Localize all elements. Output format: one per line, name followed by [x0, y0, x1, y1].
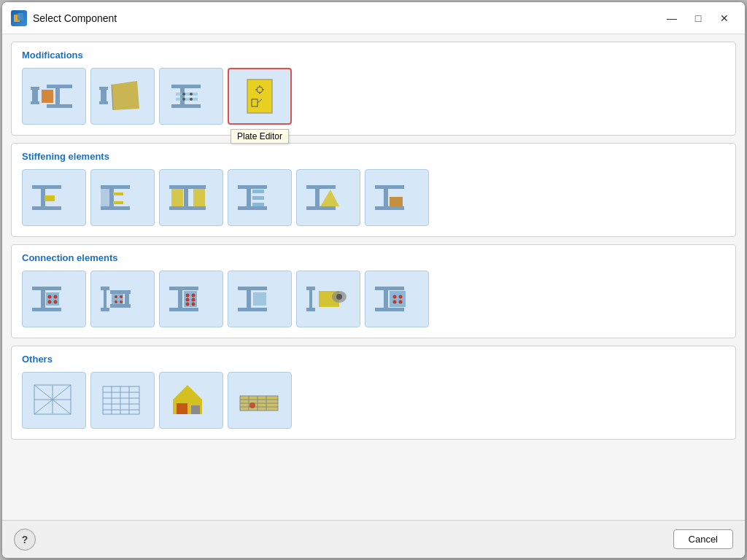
other-1-icon[interactable] [22, 372, 86, 429]
svg-marker-56 [320, 190, 339, 206]
svg-rect-49 [247, 189, 251, 206]
svg-rect-54 [306, 206, 336, 210]
modifications-section: Modifications [11, 42, 736, 136]
svg-rect-63 [41, 290, 45, 308]
connection-6-icon[interactable] [365, 271, 429, 327]
svg-rect-23 [247, 79, 272, 113]
svg-point-106 [393, 300, 397, 304]
svg-point-99 [336, 294, 342, 300]
svg-point-133 [249, 402, 255, 408]
svg-rect-44 [184, 189, 188, 206]
dialog-footer: ? Cancel [2, 520, 745, 558]
svg-rect-6 [47, 104, 72, 108]
close-button[interactable]: ✕ [713, 10, 736, 26]
svg-rect-100 [375, 287, 404, 290]
modifications-title: Modifications [22, 50, 725, 61]
svg-rect-62 [32, 308, 61, 311]
svg-rect-91 [238, 308, 267, 311]
select-component-dialog: Select Component — □ ✕ Modifications [1, 1, 746, 559]
svg-point-89 [192, 303, 196, 306]
svg-point-107 [399, 300, 403, 304]
svg-rect-41 [113, 201, 123, 204]
other-2-icon[interactable] [90, 372, 155, 429]
svg-rect-16 [180, 88, 185, 104]
cancel-button[interactable]: Cancel [673, 529, 733, 549]
svg-rect-17 [176, 93, 198, 96]
svg-rect-18 [176, 98, 198, 101]
svg-point-66 [54, 295, 58, 299]
minimize-button[interactable]: — [660, 10, 684, 26]
svg-rect-124 [191, 405, 200, 414]
svg-point-88 [186, 303, 190, 306]
svg-rect-123 [177, 403, 187, 414]
svg-rect-8 [42, 90, 53, 103]
svg-rect-7 [55, 88, 60, 104]
svg-rect-72 [110, 290, 131, 294]
svg-point-20 [190, 93, 193, 96]
svg-point-105 [399, 295, 403, 299]
modification-3-icon[interactable] [159, 68, 223, 125]
title-left: Select Component [11, 10, 117, 26]
maximize-button[interactable]: □ [686, 10, 710, 26]
plate-editor-icon[interactable]: Plate Editor [228, 68, 292, 125]
help-button[interactable]: ? [14, 529, 36, 551]
svg-rect-92 [247, 290, 251, 308]
svg-marker-122 [173, 385, 202, 400]
svg-rect-4 [31, 101, 39, 104]
stiffening-6-icon[interactable] [365, 169, 429, 226]
svg-rect-59 [384, 189, 388, 206]
stiffening-5-icon[interactable] [296, 169, 360, 226]
others-title: Others [22, 354, 725, 365]
svg-rect-46 [193, 189, 205, 206]
title-buttons: — □ ✕ [660, 10, 736, 26]
svg-rect-61 [32, 287, 61, 290]
stiffening-icons-row [22, 169, 725, 226]
stiffening-3-icon[interactable] [159, 169, 223, 226]
other-3-icon[interactable] [159, 372, 223, 429]
stiffening-4-icon[interactable] [228, 169, 292, 226]
connection-5-icon[interactable] [296, 271, 360, 327]
svg-rect-52 [252, 203, 264, 206]
svg-marker-12 [112, 81, 139, 110]
svg-point-76 [115, 295, 117, 298]
connection-2-icon[interactable] [90, 271, 155, 327]
svg-point-19 [182, 93, 185, 96]
svg-rect-90 [238, 287, 267, 290]
svg-rect-42 [169, 185, 206, 189]
svg-rect-11 [99, 101, 108, 104]
title-bar: Select Component — □ ✕ [2, 2, 745, 34]
connection-1-icon[interactable] [22, 271, 86, 327]
svg-rect-33 [32, 206, 61, 210]
svg-rect-81 [169, 308, 198, 311]
svg-rect-71 [104, 290, 107, 308]
svg-rect-3 [31, 87, 39, 90]
stiffening-section: Stiffening elements [11, 143, 736, 237]
modification-1-icon[interactable] [22, 68, 86, 125]
svg-point-22 [190, 98, 193, 101]
svg-point-85 [192, 294, 196, 298]
others-section: Others [11, 346, 736, 440]
stiffening-1-icon[interactable] [22, 169, 86, 226]
app-icon [11, 10, 27, 26]
modification-2-icon[interactable] [90, 68, 155, 125]
others-icons-row [22, 372, 725, 429]
other-4-icon[interactable] [228, 372, 292, 429]
svg-point-67 [48, 300, 52, 304]
svg-point-84 [186, 294, 190, 298]
svg-rect-47 [238, 185, 267, 189]
svg-point-104 [393, 295, 397, 299]
svg-rect-74 [125, 294, 129, 304]
connection-3-icon[interactable] [159, 271, 223, 327]
svg-rect-64 [46, 292, 59, 306]
svg-rect-5 [47, 85, 72, 88]
svg-rect-39 [101, 189, 109, 206]
svg-rect-103 [390, 291, 406, 307]
stiffening-title: Stiffening elements [22, 151, 725, 162]
svg-rect-60 [390, 197, 403, 207]
svg-rect-10 [99, 87, 108, 90]
svg-rect-102 [384, 290, 388, 308]
connection-4-icon[interactable] [228, 271, 292, 327]
svg-rect-57 [375, 185, 404, 189]
connection-title: Connection elements [22, 252, 725, 263]
stiffening-2-icon[interactable] [90, 169, 155, 226]
